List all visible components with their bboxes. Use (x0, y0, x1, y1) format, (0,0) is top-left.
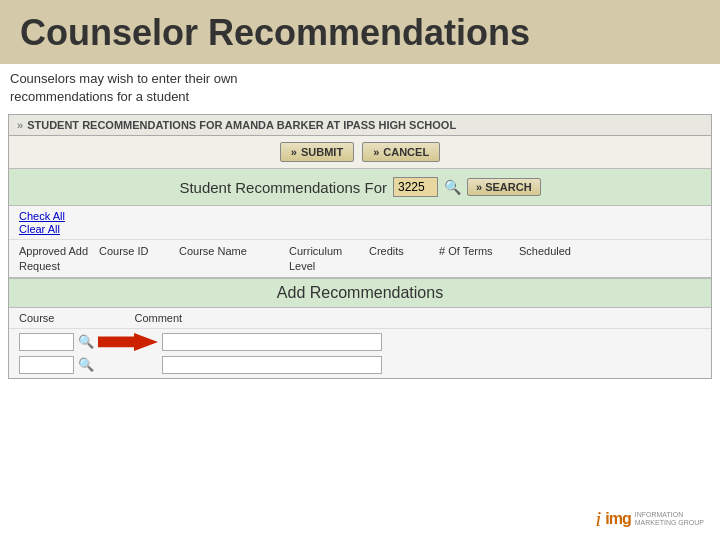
cancel-arrow-icon: » (373, 146, 379, 158)
main-panel: » STUDENT RECOMMENDATIONS FOR AMANDA BAR… (8, 114, 712, 379)
col-num-terms: # Of Terms (439, 244, 519, 273)
search-row: Student Recommendations For 🔍 » SEARCH (9, 169, 711, 206)
student-id-input[interactable] (393, 177, 438, 197)
subtitle-block: Counselors may wish to enter their own r… (0, 64, 720, 114)
check-all-link[interactable]: Check All (19, 210, 701, 222)
course-col-label: Course (19, 312, 54, 324)
magnifier-icon: 🔍 (444, 179, 461, 195)
search-button[interactable]: » SEARCH (467, 178, 541, 196)
footer-i-letter: i (595, 506, 601, 532)
search-arrow-icon: » (476, 181, 482, 193)
col-approved-add-request: Approved Add Request (19, 244, 99, 273)
footer: i img INFORMATIONMARKETING GROUP (595, 506, 704, 532)
panel-header: » STUDENT RECOMMENDATIONS FOR AMANDA BAR… (9, 115, 711, 136)
row2-magnifier-icon[interactable]: 🔍 (78, 357, 94, 372)
course-input-2[interactable] (19, 356, 74, 374)
col-course-name: Course Name (179, 244, 289, 273)
check-clear-row: Check All Clear All (9, 206, 711, 240)
page-header: Counselor Recommendations (0, 0, 720, 64)
clear-all-link[interactable]: Clear All (19, 223, 701, 235)
chevron-icon: » (17, 119, 23, 131)
subtitle-line2: recommendations for a student (10, 88, 710, 106)
col-scheduled: Scheduled (519, 244, 589, 273)
subtitle-line1: Counselors may wish to enter their own (10, 70, 710, 88)
search-label: Student Recommendations For (179, 179, 387, 196)
page-title: Counselor Recommendations (20, 12, 700, 54)
comment-col-label: Comment (134, 312, 182, 324)
cancel-label: CANCEL (383, 146, 429, 158)
submit-arrow-icon: » (291, 146, 297, 158)
col-credits: Credits (369, 244, 439, 273)
cancel-button[interactable]: » CANCEL (362, 142, 440, 162)
column-headers: Approved Add Request Course ID Course Na… (9, 240, 711, 278)
col-course-id: Course ID (99, 244, 179, 273)
footer-img-text: img (605, 510, 630, 528)
comment-input-2[interactable] (162, 356, 382, 374)
course-input-1[interactable] (19, 333, 74, 351)
comment-input-1[interactable] (162, 333, 382, 351)
submit-button[interactable]: » SUBMIT (280, 142, 354, 162)
course-comment-header: Course Comment (9, 308, 711, 329)
button-bar: » SUBMIT » CANCEL (9, 136, 711, 169)
footer-sub-text: INFORMATIONMARKETING GROUP (635, 511, 704, 528)
red-arrow-icon (98, 333, 158, 351)
input-rows: 🔍 🔍 (9, 329, 711, 378)
input-row-1: 🔍 (19, 333, 701, 351)
input-row-2: 🔍 (19, 356, 701, 374)
search-button-label: SEARCH (485, 181, 531, 193)
search-magnifier-button[interactable]: 🔍 (444, 179, 461, 195)
add-recommendations-header: Add Recommendations (9, 278, 711, 308)
panel-header-text: STUDENT RECOMMENDATIONS FOR AMANDA BARKE… (27, 119, 456, 131)
col-curriculum-level: Curriculum Level (289, 244, 369, 273)
submit-label: SUBMIT (301, 146, 343, 158)
row1-magnifier-icon[interactable]: 🔍 (78, 334, 94, 349)
